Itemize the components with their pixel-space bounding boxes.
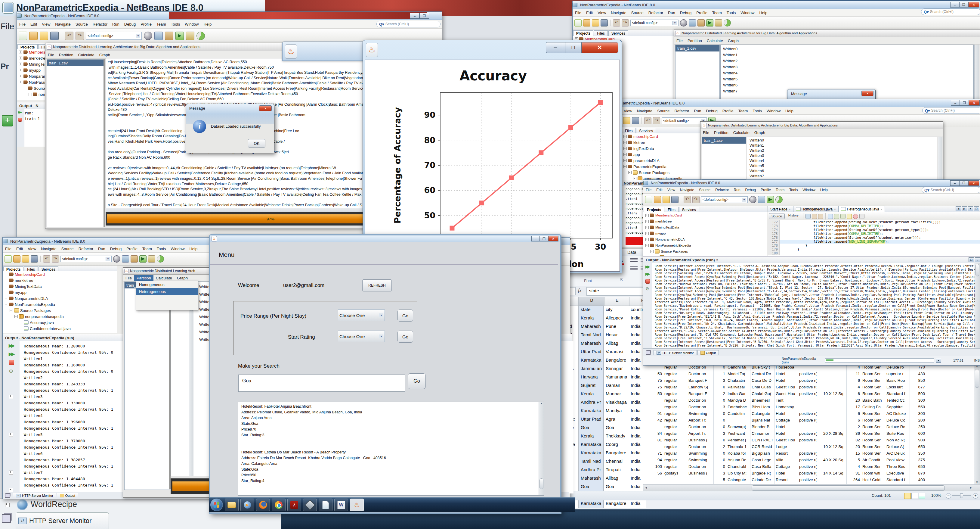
- dla-titlebar[interactable]: ♨ Nonparametric Distributed Learning Arc…: [674, 30, 980, 37]
- menu-item[interactable]: Source: [59, 246, 76, 252]
- cell[interactable]: Room Ser: [861, 437, 885, 444]
- redo-icon[interactable]: ↷: [52, 255, 59, 263]
- open-project-icon[interactable]: [592, 19, 599, 27]
- cell[interactable]: [950, 404, 974, 411]
- minimize-button[interactable]: –: [951, 100, 960, 106]
- cell[interactable]: Pallivasal: [726, 384, 751, 391]
- tab-projects[interactable]: Projects: [644, 207, 664, 213]
- align-top-button[interactable]: [630, 258, 638, 262]
- cell[interactable]: Room Ser: [861, 371, 885, 378]
- cell[interactable]: Daman: [604, 382, 629, 390]
- cell[interactable]: Gandhi M(: [726, 365, 751, 371]
- redo-icon[interactable]: ↷: [653, 117, 660, 124]
- cell[interactable]: 650: [910, 464, 926, 471]
- w8-titlebar[interactable]: ametricExpedia - NetBeans IDE 8.0 – ❐ ×: [621, 99, 980, 107]
- cell[interactable]: Doctor on: [687, 464, 714, 471]
- cell[interactable]: 500: [910, 391, 926, 398]
- cell[interactable]: BigSplash: [751, 451, 775, 457]
- cell[interactable]: regular: [663, 398, 687, 404]
- cell[interactable]: Swimming: [687, 451, 714, 457]
- cell[interactable]: [926, 471, 950, 477]
- tree-expander[interactable]: [19, 75, 22, 78]
- rerun-icon[interactable]: ▶▶: [646, 264, 650, 269]
- cell[interactable]: Maharash: [579, 475, 604, 483]
- tab-files[interactable]: Files: [622, 128, 635, 134]
- cell[interactable]: Gujarat: [579, 382, 604, 390]
- cell[interactable]: 0: [714, 424, 726, 431]
- cell[interactable]: Thekkady: [604, 433, 629, 441]
- stop-icon[interactable]: [646, 279, 650, 284]
- cell[interactable]: [822, 378, 847, 384]
- menu-item[interactable]: Help: [818, 187, 830, 193]
- cell[interactable]: Hotel: [775, 431, 798, 437]
- menu-item[interactable]: Navigate: [635, 108, 655, 114]
- menu-partition[interactable]: Partition: [57, 52, 76, 58]
- giant-http-monitor-tab[interactable]: ⇄ HTTP Server Monitor: [16, 512, 109, 529]
- firefox-icon[interactable]: [256, 499, 270, 511]
- menu-file[interactable]: File: [674, 38, 685, 44]
- tree-item-nonparametricexpedia[interactable]: nonparametricexpedia: [3, 314, 117, 319]
- cell[interactable]: 5: [714, 477, 726, 484]
- tree-item-myapp[interactable]: myapp: [3, 289, 117, 295]
- cell[interactable]: Cinnamor: [751, 431, 775, 437]
- cell[interactable]: Hot / Cold: [861, 477, 885, 484]
- cell[interactable]: [950, 477, 974, 484]
- menu-item[interactable]: View: [665, 187, 678, 193]
- tab-heterogeneous-java[interactable]: Heterogeneous.java×: [838, 206, 885, 212]
- menu-item[interactable]: Debug: [108, 246, 124, 252]
- cell[interactable]: [643, 424, 663, 431]
- menu-item[interactable]: File: [573, 10, 584, 16]
- cell[interactable]: 20: [847, 398, 861, 404]
- tree-expander[interactable]: [624, 153, 627, 156]
- tree-expander[interactable]: [624, 135, 627, 138]
- cell[interactable]: Air Condit: [861, 457, 885, 464]
- cell[interactable]: regular: [663, 457, 687, 464]
- profile-icon[interactable]: [775, 196, 783, 203]
- tree-expander[interactable]: [624, 165, 627, 168]
- menu-item[interactable]: Source: [697, 187, 713, 193]
- code-line[interactable]: 173 fileWriter.append(COMMA_DELIMITER);: [768, 224, 980, 228]
- profile-icon[interactable]: [157, 255, 164, 263]
- tree-expander[interactable]: [29, 93, 32, 96]
- cell[interactable]: 94: [643, 457, 663, 464]
- build-icon[interactable]: [689, 19, 696, 27]
- code-line[interactable]: 177 fileWriter.append(NEW_LINE_SEPARATOR…: [768, 240, 980, 244]
- cell[interactable]: 264: [847, 477, 861, 484]
- cell[interactable]: positive r(: [798, 451, 822, 457]
- cell[interactable]: Casa Lege: [751, 457, 775, 464]
- written-item[interactable]: Written3: [721, 64, 974, 70]
- star-rating-select[interactable]: Choose One▼: [338, 331, 385, 342]
- cell[interactable]: A/C Delux: [885, 451, 910, 457]
- cell[interactable]: Karnataka: [579, 449, 604, 458]
- tree-expander[interactable]: [5, 303, 8, 306]
- cell[interactable]: 770: [910, 365, 926, 371]
- cell[interactable]: Room Ser: [861, 411, 885, 417]
- written-item[interactable]: Written4: [747, 158, 937, 163]
- tree-expander[interactable]: [646, 232, 649, 235]
- undo-icon[interactable]: ↶: [43, 255, 50, 263]
- ribbon-tab-data[interactable]: Data: [627, 250, 636, 255]
- cell[interactable]: Srinagar: [604, 365, 629, 374]
- cell[interactable]: Haryana: [579, 374, 604, 382]
- cell[interactable]: Business (: [687, 471, 714, 477]
- worldrecipe-node[interactable]: WorldRecipe: [31, 500, 77, 509]
- menu-calculate[interactable]: Calculate: [705, 38, 725, 44]
- cell[interactable]: [950, 384, 974, 391]
- memory-icon[interactable]: [749, 196, 756, 203]
- cell[interactable]: Ub City M;: [726, 471, 751, 477]
- menu-file[interactable]: File: [45, 52, 57, 58]
- cell[interactable]: [950, 431, 974, 437]
- tree-expander[interactable]: [646, 226, 649, 229]
- menu-graph[interactable]: Graph: [725, 38, 741, 44]
- tab-files[interactable]: Files: [594, 30, 608, 36]
- cell[interactable]: Banquet F: [687, 378, 714, 384]
- cell[interactable]: 11: [847, 371, 861, 378]
- tab-list-icon[interactable]: ▼: [968, 206, 973, 211]
- cell[interactable]: Indira Gar: [726, 391, 751, 398]
- profile-icon[interactable]: [724, 19, 731, 27]
- tree-expander[interactable]: [19, 81, 22, 84]
- code-line[interactable]: 178 }: [768, 244, 980, 247]
- menu-item[interactable]: Navigate: [52, 21, 73, 27]
- tab-scroll-right-icon[interactable]: ▶: [962, 206, 967, 211]
- cell[interactable]: Munnar: [604, 390, 629, 399]
